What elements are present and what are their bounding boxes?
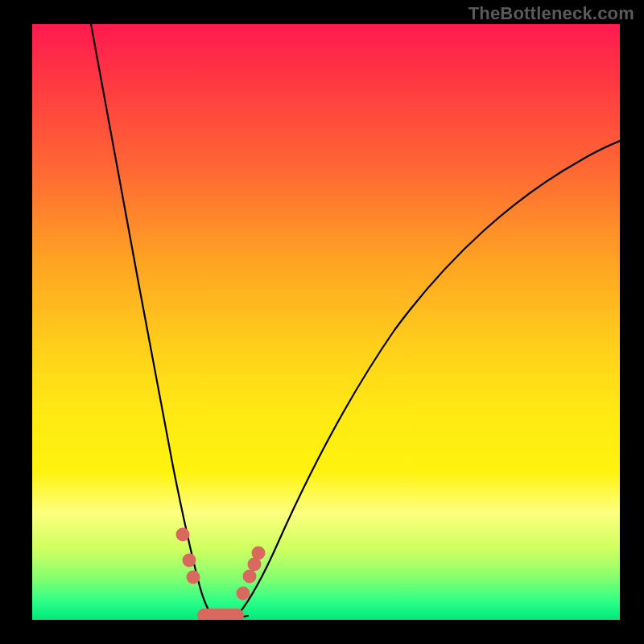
marker-dot <box>243 570 257 584</box>
curve-right-branch <box>235 141 620 618</box>
chart-svg <box>32 24 620 620</box>
watermark-text: TheBottleneck.com <box>469 3 634 24</box>
marker-dot <box>176 528 190 542</box>
marker-dot <box>183 554 196 568</box>
marker-dot <box>187 571 200 584</box>
curve-left-branch <box>91 24 219 618</box>
chart-frame: TheBottleneck.com <box>0 0 644 644</box>
marker-trough-pill <box>197 609 244 620</box>
marker-dot <box>237 587 250 601</box>
plot-area <box>32 24 620 620</box>
marker-dot <box>252 547 266 560</box>
